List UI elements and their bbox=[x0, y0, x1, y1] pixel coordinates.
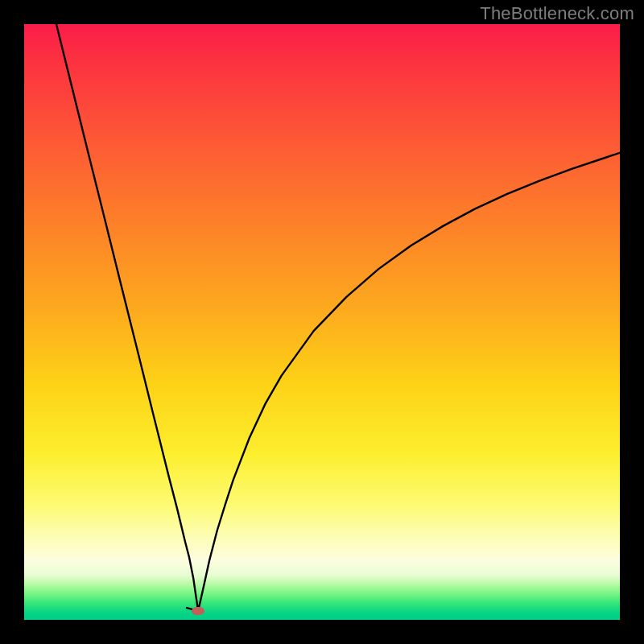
curve-svg bbox=[24, 24, 620, 620]
minimum-marker bbox=[192, 607, 204, 615]
chart-frame: TheBottleneck.com bbox=[0, 0, 644, 644]
plot-area bbox=[24, 24, 620, 620]
bottleneck-curve bbox=[56, 24, 620, 611]
watermark-text: TheBottleneck.com bbox=[480, 3, 634, 24]
